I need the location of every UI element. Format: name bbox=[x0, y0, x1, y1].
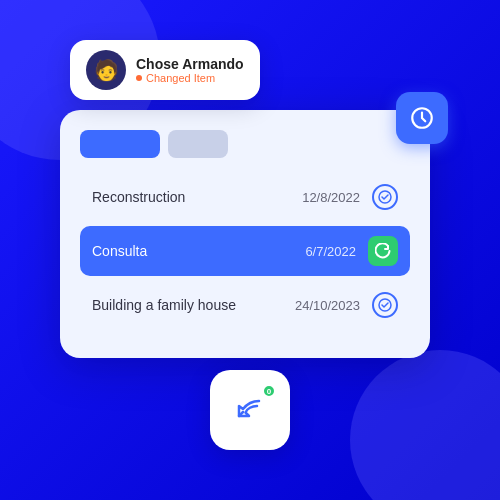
refresh-svg bbox=[375, 243, 391, 259]
row-date: 12/8/2022 bbox=[302, 190, 360, 205]
row-label-3: Building a family house bbox=[92, 297, 295, 313]
notification-dot: 0 bbox=[262, 384, 276, 398]
user-info: Chose Armando Changed Item bbox=[136, 56, 244, 84]
row-date-active: 6/7/2022 bbox=[305, 244, 356, 259]
user-name: Chose Armando bbox=[136, 56, 244, 72]
check-icon-3 bbox=[372, 292, 398, 318]
refresh-icon[interactable] bbox=[368, 236, 398, 266]
table-row-active[interactable]: Consulta 6/7/2022 bbox=[80, 226, 410, 276]
search-bar-gray[interactable] bbox=[168, 130, 228, 158]
user-notification-card: 🧑 Chose Armando Changed Item bbox=[70, 40, 260, 100]
arrow-back-icon bbox=[231, 391, 269, 429]
table-row[interactable]: Reconstruction 12/8/2022 bbox=[80, 174, 410, 220]
search-row bbox=[80, 130, 410, 158]
arrow-card[interactable]: 0 bbox=[210, 370, 290, 450]
status-dot bbox=[136, 75, 142, 81]
row-date-3: 24/10/2023 bbox=[295, 298, 360, 313]
row-label: Reconstruction bbox=[92, 189, 302, 205]
main-card: Reconstruction 12/8/2022 Consulta 6/7/20… bbox=[60, 110, 430, 358]
clock-icon bbox=[409, 105, 435, 131]
user-action-label: Changed Item bbox=[146, 72, 215, 84]
avatar: 🧑 bbox=[86, 50, 126, 90]
search-bar-blue[interactable] bbox=[80, 130, 160, 158]
scene: 🧑 Chose Armando Changed Item Reconstruct… bbox=[40, 40, 460, 460]
row-label-active: Consulta bbox=[92, 243, 305, 259]
check-icon bbox=[372, 184, 398, 210]
table-row-3[interactable]: Building a family house 24/10/2023 bbox=[80, 282, 410, 328]
clock-badge[interactable] bbox=[396, 92, 448, 144]
user-action: Changed Item bbox=[136, 72, 244, 84]
